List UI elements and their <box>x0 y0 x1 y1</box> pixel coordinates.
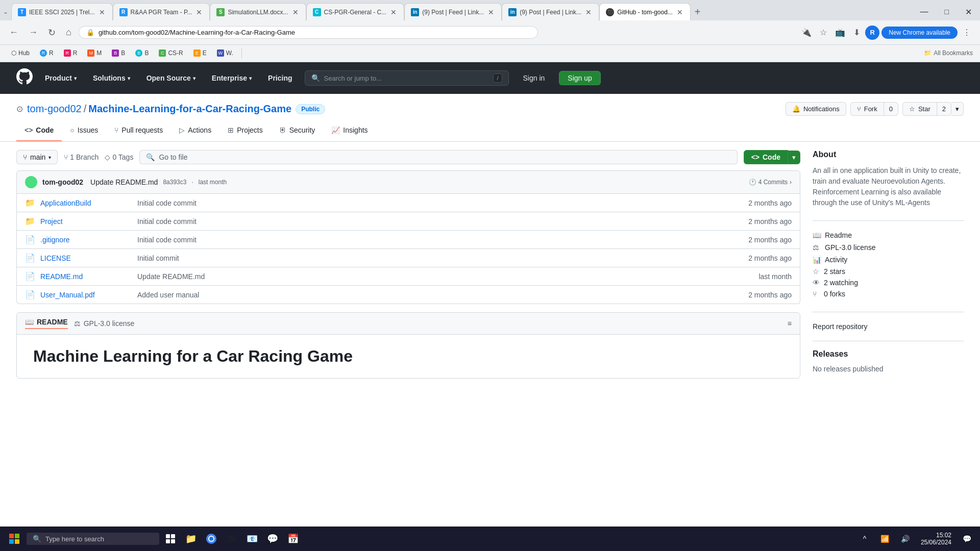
back-button[interactable]: ← <box>6 25 21 40</box>
nav-solutions[interactable]: Solutions ▾ <box>89 71 134 85</box>
fork-button[interactable]: ⑂ Fork <box>850 102 884 116</box>
license-tab[interactable]: ⚖ GPL-3.0 license <box>74 319 135 328</box>
maximize-button[interactable]: □ <box>937 2 957 22</box>
browser-tab-2[interactable]: R R&AA PGR Team - P... ✕ <box>113 3 210 20</box>
nav-product[interactable]: Product ▾ <box>41 71 81 85</box>
commit-username[interactable]: tom-good02 <box>42 178 83 186</box>
browser-tab-7[interactable]: ⚫ GitHub - tom-good... ✕ <box>599 3 691 20</box>
tab-title-6: (9) Post | Feed | Link... <box>520 9 581 16</box>
stars-stat[interactable]: ☆ 2 stars <box>813 266 964 277</box>
tab-close-3[interactable]: ✕ <box>291 7 300 17</box>
browser-tab-6[interactable]: in (9) Post | Feed | Link... ✕ <box>502 3 599 20</box>
address-bar[interactable]: 🔒 github.com/tom-good02/Machine-Learning… <box>79 26 538 39</box>
fork-count[interactable]: 0 <box>884 102 898 116</box>
browser-tab-3[interactable]: S SimulationLLM.docx... ✕ <box>210 3 306 20</box>
nav-enterprise[interactable]: Enterprise ▾ <box>208 71 256 85</box>
bookmark-m[interactable]: M M <box>83 48 106 58</box>
bookmark-b2[interactable]: B B <box>131 48 153 58</box>
bookmark-b1[interactable]: B B <box>108 48 129 58</box>
code-button[interactable]: <> Code <box>744 150 788 164</box>
tag-count[interactable]: ◇ 0 Tags <box>105 153 133 161</box>
commit-hash[interactable]: 8a393c3 <box>163 179 186 186</box>
nav-pricing[interactable]: Pricing <box>264 71 296 85</box>
go-to-file-button[interactable]: 🔍 Go to file <box>139 150 737 164</box>
nav-actions[interactable]: ▷ Actions <box>171 120 219 141</box>
github-logo[interactable] <box>16 68 33 88</box>
report-link-label: Report repository <box>813 322 867 331</box>
notifications-button[interactable]: 🔔 Notifications <box>786 102 846 116</box>
sign-up-button[interactable]: Sign up <box>559 71 600 85</box>
nav-pull-requests[interactable]: ⑂ Pull requests <box>106 120 171 141</box>
stars-stat-label: 2 stars <box>824 267 845 276</box>
file-name-usermanual[interactable]: User_Manual.pdf <box>40 291 132 299</box>
close-button[interactable]: ✕ <box>957 2 980 22</box>
all-bookmarks-button[interactable]: 📁 All Bookmarks <box>924 49 973 57</box>
code-dropdown-button[interactable]: ▾ <box>788 151 800 164</box>
download-button[interactable]: ⬇ <box>850 26 863 39</box>
sign-in-link[interactable]: Sign in <box>517 71 551 85</box>
bookmark-button[interactable]: ☆ <box>817 26 830 39</box>
solutions-chevron: ▾ <box>128 76 130 81</box>
profile-button[interactable]: R <box>865 26 879 40</box>
repo-nav: <> Code ○ Issues ⑂ Pull requests ▷ Actio… <box>0 120 980 142</box>
forward-button[interactable]: → <box>26 25 41 40</box>
file-name-project[interactable]: Project <box>40 217 132 226</box>
file-name-license[interactable]: LICENSE <box>40 254 132 262</box>
bookmark-e[interactable]: E E <box>189 48 211 58</box>
tab-favicon-5: in <box>411 8 419 16</box>
repo-sidebar: About An all in one application built in… <box>813 150 964 379</box>
minimize-button[interactable]: — <box>912 2 937 22</box>
home-button[interactable]: ⌂ <box>63 25 75 40</box>
nav-projects[interactable]: ⊞ Projects <box>219 120 271 141</box>
nav-insights[interactable]: 📈 Insights <box>323 120 376 141</box>
branch-selector[interactable]: ⑂ main ▾ <box>16 150 58 164</box>
menu-button[interactable]: ⋮ <box>960 26 974 39</box>
branch-count[interactable]: ⑂ 1 Branch <box>64 153 99 161</box>
file-name-gitignore[interactable]: .gitignore <box>40 236 132 244</box>
repo-owner[interactable]: tom-good02 <box>27 103 82 115</box>
readme-list-icon[interactable]: ≡ <box>788 319 792 328</box>
readme-link[interactable]: 📖 Readme <box>813 229 964 241</box>
tab-close-5[interactable]: ✕ <box>487 7 495 17</box>
bookmark-csr[interactable]: C CS-R <box>155 48 187 58</box>
forks-stat[interactable]: ⑂ 0 forks <box>813 288 964 299</box>
file-name-applicationbuild[interactable]: ApplicationBuild <box>40 199 132 207</box>
star-button[interactable]: ☆ Star <box>902 102 937 116</box>
tab-back-nav[interactable]: ⌄ <box>0 6 11 17</box>
new-tab-button[interactable]: + <box>691 4 705 20</box>
bookmark-r1[interactable]: R R <box>36 48 58 58</box>
nav-code[interactable]: <> Code <box>16 120 62 141</box>
file-commit-usermanual: Added user manual <box>137 291 743 299</box>
repo-name[interactable]: Machine-Learning-for-a-Car-Racing-Game <box>88 103 291 115</box>
readme-tab-label: README <box>37 318 68 326</box>
tab-close-7[interactable]: ✕ <box>676 7 684 17</box>
refresh-button[interactable]: ↻ <box>45 25 59 40</box>
cast-button[interactable]: 📺 <box>832 26 848 39</box>
tab-close-6[interactable]: ✕ <box>584 7 593 17</box>
nav-enterprise-label: Enterprise <box>212 74 247 82</box>
new-chrome-button[interactable]: New Chrome available <box>881 27 958 39</box>
readme-tab[interactable]: 📖 README <box>25 318 68 329</box>
commits-link[interactable]: 🕐 4 Commits › <box>749 179 792 186</box>
tab-close-4[interactable]: ✕ <box>389 7 398 17</box>
file-name-readme[interactable]: README.md <box>40 272 132 281</box>
bookmark-hub[interactable]: ⬡ Hub <box>7 48 34 58</box>
github-search[interactable]: 🔍 Search or jump to... / <box>305 70 509 86</box>
browser-tab-5[interactable]: in (9) Post | Feed | Link... ✕ <box>404 3 502 20</box>
nav-security[interactable]: ⛨ Security <box>271 120 324 141</box>
star-count[interactable]: 2 <box>937 102 951 116</box>
report-link[interactable]: Report repository <box>813 320 964 333</box>
extension-button[interactable]: 🔌 <box>798 26 815 39</box>
bookmark-w[interactable]: W W. <box>213 48 237 58</box>
browser-tab-4[interactable]: C CS-PGR-General - C... ✕ <box>306 3 405 20</box>
bookmark-r2[interactable]: R R <box>60 48 82 58</box>
watching-stat[interactable]: 👁 2 watching <box>813 277 964 288</box>
star-dropdown[interactable]: ▾ <box>951 102 964 116</box>
activity-link[interactable]: 📊 Activity <box>813 254 964 266</box>
browser-tab-1[interactable]: T IEEE SSCI 2025 | Trel... ✕ <box>11 3 113 20</box>
nav-issues[interactable]: ○ Issues <box>62 120 106 141</box>
tab-close-2[interactable]: ✕ <box>195 7 203 17</box>
nav-open-source[interactable]: Open Source ▾ <box>142 71 200 85</box>
tab-close-1[interactable]: ✕ <box>98 7 106 17</box>
license-link[interactable]: ⚖ GPL-3.0 license <box>813 241 964 254</box>
